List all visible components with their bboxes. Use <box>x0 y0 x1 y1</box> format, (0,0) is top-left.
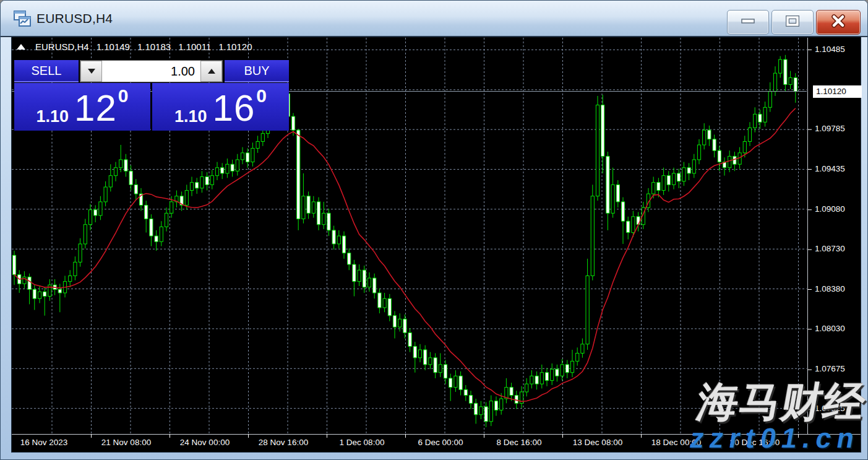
buy-price-base: 1.10 <box>174 108 207 124</box>
sell-price-big: 12 <box>74 92 117 124</box>
volume-down-icon <box>88 69 95 74</box>
x-axis-label: 28 Nov 16:00 <box>259 438 308 447</box>
ohlc-open: 1.10149 <box>97 41 130 52</box>
y-axis-label: 1.09080 <box>815 204 845 214</box>
watermark-brand: 海马财经 <box>694 380 868 425</box>
y-axis-label: 1.07675 <box>815 364 845 373</box>
x-axis-label: 13 Dec 08:00 <box>573 438 622 447</box>
x-axis-label: 21 Nov 08:00 <box>101 438 151 447</box>
y-axis-label: 1.10485 <box>815 45 845 54</box>
ohlc-close: 1.10120 <box>218 41 252 52</box>
ohlc-header: EURUSD,H4 1.10149 1.10183 1.10011 1.1012… <box>17 41 252 52</box>
buy-price-sup: 0 <box>256 85 267 106</box>
y-axis-label: 1.08730 <box>815 244 845 253</box>
x-axis-label: 1 Dec 08:00 <box>340 438 385 447</box>
chart-window: EURUSD,H4 EURUSD,H4 1.10 <box>0 0 868 460</box>
sell-price-panel[interactable]: 1.10 12 0 <box>14 83 150 131</box>
x-axis-label: 16 Nov 2023 <box>20 438 68 447</box>
y-axis-label: 1.09785 <box>815 124 845 133</box>
volume-decrease-button[interactable] <box>80 61 102 82</box>
buy-price-panel[interactable]: 1.10 16 0 <box>152 83 289 131</box>
watermark-url: zzrt01.cn <box>688 424 862 452</box>
sell-price-base: 1.10 <box>37 108 69 124</box>
buy-price-big: 16 <box>213 92 256 124</box>
sell-button[interactable]: SELL <box>14 60 79 82</box>
y-axis-label: 1.09435 <box>815 164 845 173</box>
ohlc-symbol: EURUSD,H4 <box>35 41 89 52</box>
x-axis-label: 24 Nov 00:00 <box>180 438 230 447</box>
sell-price-sup: 0 <box>118 85 129 106</box>
volume-increase-button[interactable] <box>200 61 222 82</box>
y-axis-label: 1.08380 <box>815 284 845 293</box>
y-axis-label: 1.08030 <box>815 324 845 333</box>
volume-up-icon <box>208 69 215 74</box>
volume-input[interactable] <box>102 61 200 82</box>
volume-combo <box>80 60 223 82</box>
x-axis-label: 8 Dec 16:00 <box>497 438 542 447</box>
x-axis-label: 6 Dec 00:00 <box>418 438 463 447</box>
buy-button[interactable]: BUY <box>225 60 289 82</box>
ohlc-low: 1.10011 <box>178 41 211 52</box>
one-click-trading-panel: SELL BUY 1.10 12 0 1.10 16 0 <box>14 60 289 131</box>
bid-price-tag: 1.10120 <box>813 85 862 98</box>
collapse-arrow-icon[interactable] <box>17 44 25 50</box>
ohlc-high: 1.10183 <box>137 41 171 52</box>
